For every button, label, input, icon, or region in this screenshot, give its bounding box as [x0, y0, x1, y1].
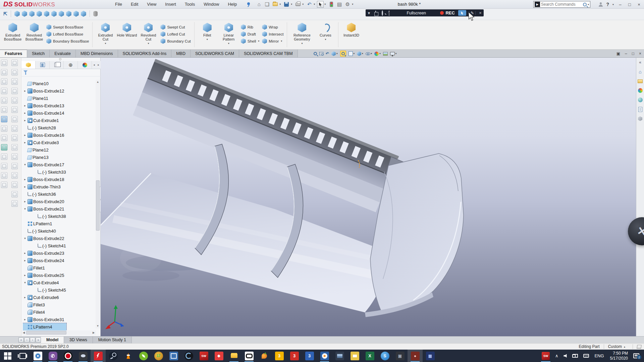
search-dropdown-icon[interactable]: ▾: [588, 3, 589, 6]
view-cube-icon[interactable]: [14, 11, 20, 17]
zoom-to-fit-icon[interactable]: [314, 52, 317, 55]
last-tab-icon[interactable]: »: [36, 338, 41, 343]
tree-item[interactable]: ▸Extrude-Thin3: [23, 183, 95, 190]
tree-item[interactable]: ▸Boss-Extrude12: [23, 87, 95, 95]
left-toolbar-icon[interactable]: [11, 144, 18, 150]
taskbar-app-viber-icon[interactable]: ✆: [45, 350, 60, 362]
left-toolbar-icon[interactable]: [11, 60, 18, 66]
keyboard-icon[interactable]: [581, 350, 592, 362]
view-cube-icon[interactable]: [51, 11, 57, 17]
tree-tabs-left-icon[interactable]: ◂: [93, 63, 95, 66]
scroll-thumb[interactable]: [96, 180, 100, 231]
doc-restore-button[interactable]: □: [632, 51, 634, 56]
scroll-left-icon[interactable]: ◀: [21, 331, 26, 334]
search-commands-box[interactable]: ▶ ▾: [533, 1, 590, 8]
lofted-boss-base-button[interactable]: Lofted Boss/Base: [46, 31, 89, 38]
search-commands-input[interactable]: [541, 2, 583, 7]
collapse-chevrons-icon[interactable]: «: [638, 60, 643, 65]
help-dropdown-icon[interactable]: ▾: [612, 3, 614, 6]
tree-item[interactable]: ▸Boss-Extrude16: [23, 131, 95, 139]
recorder-zoom-icon[interactable]: [379, 11, 386, 15]
taskbar-app-recorder2-icon[interactable]: ●: [408, 350, 423, 362]
left-toolbar-icon[interactable]: [11, 69, 18, 75]
taskbar-app-vlc-icon[interactable]: [121, 350, 136, 362]
menu-edit[interactable]: Edit: [126, 0, 143, 8]
recorder-dropdown-icon[interactable]: ▼: [366, 11, 372, 15]
status-units-selector[interactable]: Custom: [608, 344, 622, 349]
taskbar-app-skype-icon[interactable]: S: [377, 350, 392, 362]
recorder-close-icon[interactable]: ×: [477, 10, 484, 15]
wrap-button[interactable]: Wrap: [262, 23, 283, 31]
taskbar-app-recorder-icon[interactable]: [60, 350, 75, 362]
taskbar-app-notepad-icon[interactable]: [347, 350, 362, 362]
taskbar-app-fl-studio-icon[interactable]: [257, 350, 272, 362]
tab-mbd[interactable]: MBD: [171, 50, 191, 57]
swept-cut-button[interactable]: Swept Cut: [160, 23, 191, 31]
left-toolbar-icon[interactable]: [11, 163, 18, 169]
left-toolbar-icon[interactable]: [11, 154, 18, 160]
taskbar-app-flash-icon[interactable]: [91, 350, 106, 362]
bucket-model[interactable]: [101, 58, 644, 336]
left-toolbar-icon[interactable]: [1, 144, 7, 150]
save-icon[interactable]: [283, 1, 290, 8]
first-tab-icon[interactable]: «: [18, 338, 24, 343]
recorder-window-icon[interactable]: [372, 11, 379, 15]
taskbar-app-wps-red-icon[interactable]: 3: [287, 350, 302, 362]
view-cube-icon[interactable]: [37, 11, 42, 17]
apply-scene-icon[interactable]: [383, 52, 388, 56]
left-toolbar-icon[interactable]: [1, 116, 7, 122]
tree-item-selected[interactable]: LPattern4: [23, 323, 66, 330]
view-cube-icon[interactable]: [81, 11, 86, 17]
tree-item[interactable]: ▸Cut-Extrude1: [23, 117, 95, 124]
taskbar-clock[interactable]: 7:50 PM 5/17/2020: [607, 351, 631, 361]
undo-icon[interactable]: ↶: [306, 1, 313, 8]
section-view-icon[interactable]: ▾: [331, 51, 338, 56]
tree-item[interactable]: (-) Sketch41: [23, 242, 95, 249]
mirror-button[interactable]: Mirror▾: [262, 38, 283, 45]
taskbar-app-oculus-icon[interactable]: [241, 350, 257, 362]
left-toolbar-icon[interactable]: [1, 154, 7, 160]
left-toolbar-icon[interactable]: [1, 163, 7, 169]
taskbar-app-wps-yellow-icon[interactable]: 3: [272, 350, 287, 362]
menu-tools[interactable]: Tools: [180, 0, 199, 8]
tab-mbd-dimensions[interactable]: MBD Dimensions: [76, 50, 118, 57]
taskbar-app-navy-icon[interactable]: ▩: [423, 350, 438, 362]
appearances-ball-icon[interactable]: [638, 98, 643, 102]
features-manager-tab[interactable]: [21, 61, 36, 69]
doc-popout-button[interactable]: ▣: [616, 51, 620, 56]
section-tool-icon[interactable]: [93, 11, 98, 16]
taskbar-app-dark-icon[interactable]: ▣: [392, 350, 408, 362]
tab-motion-study-1[interactable]: Motion Study 1: [93, 337, 132, 343]
task-view-button[interactable]: [15, 350, 30, 362]
revolved-cut-button[interactable]: Revolved Cut▾: [138, 21, 159, 45]
left-toolbar-icon[interactable]: [1, 69, 7, 75]
panel-handle[interactable]: [59, 58, 61, 60]
extruded-boss-base-button[interactable]: Extruded Boss/Base: [2, 21, 23, 41]
left-toolbar-icon[interactable]: [11, 78, 18, 85]
pin-icon[interactable]: [246, 2, 251, 7]
search-scope-icon[interactable]: ▶: [535, 2, 540, 7]
doc-minimize-button[interactable]: –: [625, 51, 627, 56]
taskbar-app-solidworks-icon[interactable]: SW: [196, 350, 211, 362]
tree-item[interactable]: (-) Sketch33: [23, 168, 95, 176]
tree-item[interactable]: (-) Sketch45: [23, 286, 95, 294]
draft-button[interactable]: Draft: [241, 31, 260, 38]
tree-item[interactable]: ▸Boss-Extrude25: [23, 272, 95, 279]
left-toolbar-icon[interactable]: [1, 172, 7, 179]
tree-item[interactable]: ▸Boss-Extrude14: [23, 109, 95, 117]
rec-label[interactable]: REC: [445, 10, 454, 15]
cursor-highlight-button[interactable]: [458, 10, 466, 16]
scroll-down-icon[interactable]: ▼: [96, 324, 100, 328]
tray-solidworks-icon[interactable]: SW: [539, 350, 552, 362]
reference-geometry-button[interactable]: Reference Geometry▾: [289, 21, 315, 45]
dimxpert-manager-tab[interactable]: ⊕: [64, 61, 78, 69]
previous-view-icon[interactable]: ↶: [326, 52, 329, 55]
rib-button[interactable]: Rib: [241, 23, 260, 31]
left-toolbar-icon[interactable]: [1, 107, 7, 113]
taskbar-app-wps-blue-icon[interactable]: 3: [302, 350, 317, 362]
configuration-manager-tab[interactable]: [50, 61, 64, 69]
taskbar-app-tracon-icon[interactable]: [30, 350, 45, 362]
search-icon[interactable]: [583, 3, 587, 6]
taskbar-app-red-diamond-icon[interactable]: ◆: [211, 350, 226, 362]
tag-icon[interactable]: [637, 345, 642, 349]
